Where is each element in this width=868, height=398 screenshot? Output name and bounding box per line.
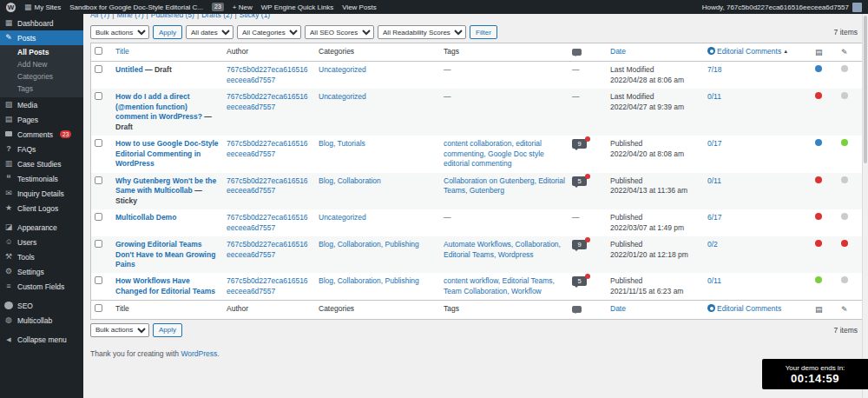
comments-bubble[interactable]: 5 bbox=[572, 276, 587, 286]
sidebar-item-tools[interactable]: Tools bbox=[0, 249, 83, 264]
comments-bubble[interactable]: 9 bbox=[572, 240, 587, 249]
sidebar-item-comments[interactable]: Comments23 bbox=[0, 127, 83, 142]
editorial-comments-link[interactable]: 0/2 bbox=[707, 240, 718, 249]
categories-link[interactable]: Blog, Tutorials bbox=[319, 139, 365, 148]
column-footer-editorial-comments[interactable]: Editorial Comments bbox=[707, 304, 781, 313]
submenu-tags[interactable]: Tags bbox=[0, 83, 83, 95]
post-title-link[interactable]: Multicollab Demo bbox=[115, 213, 176, 222]
submenu-all-posts[interactable]: All Posts bbox=[0, 46, 83, 58]
editorial-comments-link[interactable]: 0/11 bbox=[707, 176, 721, 185]
sidebar-item-appearance[interactable]: Appearance bbox=[0, 220, 83, 235]
categories-link[interactable]: Uncategorized bbox=[319, 213, 366, 222]
sidebar-item-settings[interactable]: Settings bbox=[0, 264, 83, 279]
editorial-comments-link[interactable]: 6/17 bbox=[707, 213, 722, 222]
view-mine-link[interactable]: Mine (7) bbox=[116, 14, 150, 19]
sidebar-item-client-logos[interactable]: Client Logos bbox=[0, 201, 83, 216]
row-checkbox[interactable] bbox=[95, 92, 102, 100]
author-link[interactable]: 767c5b0d227eca616516eeceea6d7557 bbox=[227, 176, 308, 195]
sidebar-item-posts[interactable]: Posts bbox=[0, 30, 83, 45]
current-site-menu[interactable]: Sandbox for Google Doc-Style Editorial C… bbox=[69, 3, 203, 11]
editorial-comments-link[interactable]: 0/11 bbox=[707, 276, 721, 285]
row-checkbox[interactable] bbox=[95, 213, 102, 221]
my-sites-menu[interactable]: My Sites bbox=[24, 3, 61, 11]
author-link[interactable]: 767c5b0d227eca616516eeceea6d7557 bbox=[227, 276, 308, 295]
column-footer-date[interactable]: Date bbox=[610, 304, 626, 313]
readability-scores-filter-select[interactable]: All Readability Scores bbox=[378, 25, 466, 39]
wordpress-link[interactable]: WordPress. bbox=[181, 349, 219, 358]
editorial-comments-link[interactable]: 7/18 bbox=[707, 65, 722, 74]
sidebar-item-seo[interactable]: SEO bbox=[0, 298, 83, 313]
post-title-link[interactable]: How to use Google Doc-Style Editorial Co… bbox=[115, 139, 219, 168]
admin-bar-comments[interactable]: 23 bbox=[212, 3, 224, 11]
view-published-link[interactable]: Published (5) bbox=[151, 14, 201, 19]
author-link[interactable]: 767c5b0d227eca616516eeceea6d7557 bbox=[227, 213, 308, 231]
bulk-actions-select[interactable]: Bulk actions bbox=[90, 25, 149, 39]
sidebar-item-pages[interactable]: Pages bbox=[0, 112, 83, 127]
categories-link[interactable]: Blog, Collaboration bbox=[319, 176, 381, 185]
sidebar-item-media[interactable]: Media bbox=[0, 97, 83, 112]
sidebar-item-inquiry-details[interactable]: Inquiry Details bbox=[0, 186, 83, 201]
categories-link[interactable]: Blog, Collaboration, Publishing bbox=[319, 240, 419, 249]
column-header-title[interactable]: Title bbox=[115, 47, 129, 56]
comments-bubble[interactable]: 5 bbox=[572, 176, 587, 186]
row-checkbox[interactable] bbox=[95, 65, 102, 73]
post-title-link[interactable]: Growing Editorial Teams Don't Have to Me… bbox=[115, 240, 215, 269]
tags-link[interactable]: Collaboration on Gutenberg, Editorial Te… bbox=[444, 176, 565, 195]
categories-link[interactable]: Blog, Collaboration, Publishing bbox=[319, 276, 419, 285]
column-header-editorial-comments[interactable]: Editorial Comments▲ bbox=[707, 47, 788, 56]
wpe-quick-links-menu[interactable]: WP Engine Quick Links bbox=[261, 3, 333, 11]
view-posts-label: View Posts bbox=[342, 3, 376, 11]
submenu-add-new[interactable]: Add New bbox=[0, 58, 83, 70]
column-header-date[interactable]: Date bbox=[610, 47, 626, 56]
view-drafts-link[interactable]: Drafts (2) bbox=[201, 14, 240, 19]
view-all-link[interactable]: All (7) bbox=[90, 14, 116, 19]
dates-filter-select[interactable]: All dates bbox=[186, 25, 233, 39]
sidebar-item-label: Media bbox=[17, 101, 37, 109]
bulk-actions-select-bottom[interactable]: Bulk actions bbox=[90, 323, 149, 337]
author-link[interactable]: 767c5b0d227eca616516eeceea6d7557 bbox=[227, 139, 308, 157]
seo-scores-filter-select[interactable]: All SEO Scores bbox=[305, 25, 374, 39]
apply-button[interactable]: Apply bbox=[153, 25, 182, 39]
author-link[interactable]: 767c5b0d227eca616516eeceea6d7557 bbox=[227, 92, 308, 110]
row-checkbox[interactable] bbox=[95, 139, 102, 147]
tags-link[interactable]: Automate Workflows, Collaboration, Edito… bbox=[444, 240, 561, 258]
tags-link[interactable]: content collaboration, editorial comment… bbox=[444, 139, 544, 168]
sidebar-item-dashboard[interactable]: Dashboard bbox=[0, 16, 83, 30]
comments-bubble[interactable]: 9 bbox=[572, 139, 587, 149]
author-link[interactable]: 767c5b0d227eca616516eeceea6d7557 bbox=[227, 240, 308, 258]
editorial-comments-link[interactable]: 0/17 bbox=[707, 139, 722, 148]
author-link[interactable]: 767c5b0d227eca616516eeceea6d7557 bbox=[227, 65, 308, 83]
sidebar-item-custom-fields[interactable]: Custom Fields bbox=[0, 279, 83, 294]
sidebar-item-multicollab[interactable]: Multicollab bbox=[0, 313, 83, 328]
select-all-checkbox-bottom[interactable] bbox=[95, 304, 102, 312]
avatar[interactable] bbox=[852, 3, 862, 12]
categories-link[interactable]: Uncategorized bbox=[319, 65, 366, 74]
view-sticky-link[interactable]: Sticky (1) bbox=[240, 14, 275, 19]
sidebar-item-users[interactable]: Users bbox=[0, 235, 83, 249]
filter-button[interactable]: Filter bbox=[470, 25, 497, 39]
apply-button-bottom[interactable]: Apply bbox=[153, 323, 182, 337]
howdy-account-menu[interactable]: Howdy, 767c5b0d227eca616516eeceea6d7557 bbox=[702, 3, 849, 11]
post-title-link[interactable]: How do I add a direct (@mention function… bbox=[115, 92, 202, 121]
post-title-link[interactable]: Untitled bbox=[115, 65, 143, 74]
sidebar-item-testimonials[interactable]: Testimonials bbox=[0, 171, 83, 186]
sidebar-item-faqs[interactable]: FAQs bbox=[0, 142, 83, 156]
row-checkbox[interactable] bbox=[95, 240, 102, 248]
categories-link[interactable]: Uncategorized bbox=[319, 92, 366, 101]
scrollbar[interactable] bbox=[862, 14, 868, 398]
row-checkbox[interactable] bbox=[95, 276, 102, 284]
submenu-categories[interactable]: Categories bbox=[0, 70, 83, 83]
sidebar-item-case-studies[interactable]: Case Studies bbox=[0, 156, 83, 171]
tags-link[interactable]: content workflow, Editorial Teams, Team … bbox=[444, 276, 555, 295]
select-all-checkbox[interactable] bbox=[95, 47, 102, 55]
new-content-menu[interactable]: + New bbox=[233, 3, 253, 11]
row-checkbox[interactable] bbox=[95, 176, 102, 184]
post-title-link[interactable]: How Workflows Have Changed for Editorial… bbox=[115, 276, 215, 295]
editorial-comments-link[interactable]: 0/11 bbox=[707, 92, 721, 101]
sidebar-item-collapse-menu[interactable]: Collapse menu bbox=[0, 332, 83, 347]
scrollbar-thumb[interactable] bbox=[864, 16, 867, 163]
table-row: How Workflows Have Changed for Editorial… bbox=[91, 273, 868, 300]
wordpress-logo-menu[interactable] bbox=[6, 3, 16, 12]
view-posts-link[interactable]: View Posts bbox=[342, 3, 376, 11]
categories-filter-select[interactable]: All Categories bbox=[237, 25, 301, 39]
